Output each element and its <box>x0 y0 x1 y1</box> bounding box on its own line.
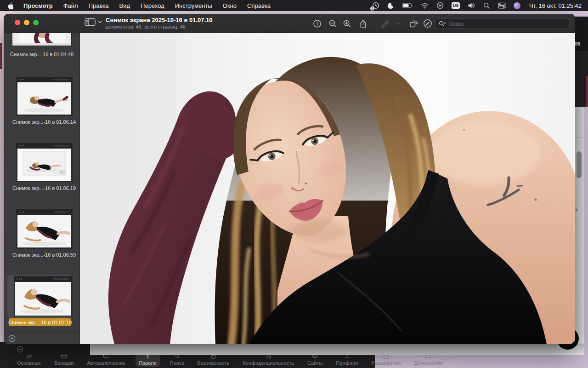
list-item[interactable]: Снимок экр...-16 в 01.04.48 <box>10 33 74 57</box>
menu-edit[interactable]: Правка <box>89 2 109 9</box>
focus-moon-icon[interactable] <box>387 2 394 9</box>
list-item[interactable]: Снимок экр...-16 в 01.06.14 <box>12 77 76 125</box>
background-window-bottom-edge <box>90 344 584 355</box>
remove-button[interactable] <box>17 346 23 353</box>
close-button[interactable] <box>15 20 20 25</box>
thumbnail-label[interactable]: Снимок экр...-16 в 01.06.59 <box>12 252 76 258</box>
thumbnail-label[interactable]: Снимок экр...-16 в 01.06.14 <box>12 119 76 125</box>
wifi-icon[interactable] <box>421 3 429 9</box>
highlight-pen-icon <box>379 17 390 29</box>
thumbnail-01-04-48[interactable] <box>12 33 71 46</box>
tab-security[interactable]: Безопасность <box>194 353 232 367</box>
info-button[interactable] <box>311 17 323 29</box>
globe-icon <box>311 355 318 359</box>
zoom-button[interactable] <box>33 20 39 25</box>
menu-view[interactable]: Вид <box>119 2 130 9</box>
spotlight-icon[interactable] <box>483 2 490 9</box>
photo-canvas[interactable] <box>80 33 575 344</box>
wallpaper-accent-sliver <box>0 43 2 69</box>
puzzle-icon <box>383 355 390 359</box>
key-icon <box>144 355 151 359</box>
menu-go[interactable]: Переход <box>141 2 164 9</box>
traffic-lights <box>15 20 39 25</box>
search-icon <box>439 21 446 27</box>
window-title-area: Снимок экрана 2025-10-16 в 01.07.10 доку… <box>106 17 213 29</box>
search-field[interactable] <box>435 18 570 29</box>
minimize-button[interactable] <box>24 20 29 25</box>
thumbnail-01-06-14[interactable] <box>17 77 72 115</box>
control-center-icon[interactable] <box>498 2 506 9</box>
tab-passwords[interactable]: Пароли <box>136 353 160 367</box>
menu-window[interactable]: Окно <box>223 2 237 9</box>
safari-settings-tab-bar: Основные Вкладки Автозаполнение Пароли П… <box>14 353 446 367</box>
sidebar-bottom-bar <box>4 332 79 344</box>
portrait-photo <box>80 33 575 344</box>
add-button[interactable] <box>8 335 16 342</box>
search-input[interactable] <box>448 21 566 27</box>
screen-mirroring-icon[interactable] <box>436 2 444 9</box>
partial-title-text: 06 <box>575 41 580 46</box>
thumbnail-01-07-10[interactable] <box>14 276 72 316</box>
rotate-button[interactable] <box>407 17 419 29</box>
zoom-out-button[interactable] <box>327 17 339 29</box>
gear-icon <box>26 355 33 359</box>
preview-window: Снимок экрана 2025-10-16 в 01.07.10 доку… <box>4 14 575 344</box>
status-area: 1 US Чт, 16 окт. 01:25:42 <box>372 2 583 9</box>
menu-clock[interactable]: Чт, 16 окт. 01:25:42 <box>529 2 582 9</box>
background-red-sliver <box>586 76 588 107</box>
tab-profiles[interactable]: Профили <box>333 353 361 367</box>
selected-thumbnail-label[interactable]: Снимок экр...-16 в 01.07.10 <box>9 318 71 326</box>
tab-extensions[interactable]: Расширения <box>368 353 404 367</box>
tab-websites[interactable]: Сайты <box>304 353 326 367</box>
thumbnail-label[interactable]: Снимок экр...-16 в 01.06.19 <box>12 185 76 191</box>
forward-arrow-icon[interactable]: › <box>575 204 578 214</box>
thumbnail-sidebar: Снимок экр...-16 в 01.04.48 Снимок экр..… <box>4 33 80 344</box>
sidebar-toggle-button[interactable] <box>85 18 102 26</box>
list-item[interactable]: Снимок экр...-16 в 01.06.59 <box>12 210 76 258</box>
thumbnail-01-06-59[interactable] <box>17 210 72 248</box>
menu-app[interactable]: Просмотр <box>23 2 53 9</box>
siri-icon[interactable] <box>514 2 520 9</box>
tab-autofill[interactable]: Автозаполнение <box>84 353 129 367</box>
tab-search[interactable]: Поиск <box>167 353 187 367</box>
thumbnail-01-06-19[interactable] <box>17 144 72 182</box>
thumbnail-label[interactable]: Снимок экр...-16 в 01.04.48 <box>10 52 74 57</box>
menu-items: Просмотр Файл Правка Вид Переход Инструм… <box>23 2 271 9</box>
apple-icon[interactable] <box>7 2 14 10</box>
list-item[interactable]: Снимок экр...-16 в 01.06.19 <box>12 144 76 191</box>
person-icon <box>344 355 351 359</box>
toolbar: Снимок экрана 2025-10-16 в 01.07.10 доку… <box>4 14 575 33</box>
autofill-icon <box>103 355 110 359</box>
cloud-icon <box>425 355 432 359</box>
zoom-in-button[interactable] <box>341 17 353 29</box>
background-scrollbar[interactable] <box>577 152 581 178</box>
window-subtitle: документов: 46, всего страниц: 46 <box>106 24 213 29</box>
battery-icon[interactable] <box>402 3 413 8</box>
hand-icon <box>265 355 272 359</box>
app-status-badge-icon[interactable]: 1 <box>372 2 379 9</box>
tab-addons[interactable]: Дополнения <box>411 353 446 367</box>
menu-file[interactable]: Файл <box>63 2 78 9</box>
volume-icon[interactable] <box>468 2 475 9</box>
highlight-chevron-icon <box>394 17 402 29</box>
tab-privacy[interactable]: Конфиденциальность <box>239 353 297 367</box>
tab-general[interactable]: Основные <box>14 353 44 367</box>
lock-icon <box>210 355 217 359</box>
list-item-selected[interactable] <box>14 276 72 316</box>
input-source-icon[interactable]: US <box>452 2 460 9</box>
search-icon <box>174 355 181 359</box>
markup-button[interactable] <box>422 17 434 29</box>
tab-tabs[interactable]: Вкладки <box>51 353 77 367</box>
share-button[interactable] <box>357 17 369 29</box>
chevron-down-icon <box>98 21 102 23</box>
tabs-icon <box>61 355 68 359</box>
menu-tools[interactable]: Инструменты <box>175 2 212 9</box>
menu-bar: Просмотр Файл Правка Вид Переход Инструм… <box>0 0 588 11</box>
window-title: Снимок экрана 2025-10-16 в 01.07.10 <box>106 17 213 23</box>
menu-help[interactable]: Справка <box>247 2 271 9</box>
